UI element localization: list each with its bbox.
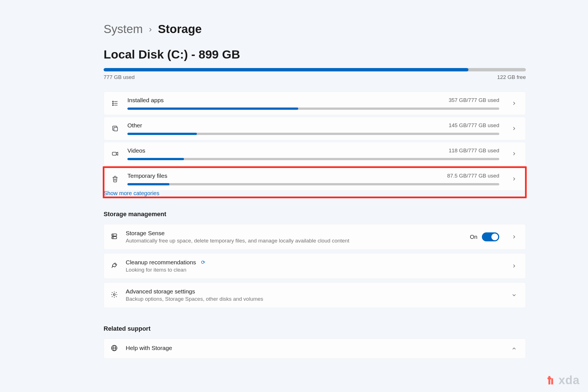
mgmt-subtitle: Backup options, Storage Spaces, other di…: [126, 296, 499, 302]
apps-list-icon: [111, 99, 120, 108]
category-bar: [127, 133, 499, 135]
disk-used-label: 777 GB used: [104, 74, 135, 80]
breadcrumb-current: Storage: [158, 22, 202, 36]
chevron-right-icon: [510, 262, 518, 270]
loading-spinner-icon: ⟳: [201, 259, 205, 265]
category-other[interactable]: Other145 GB/777 GB used: [104, 117, 526, 140]
mgmt-title: Storage Sense: [126, 230, 165, 237]
globe-icon: [111, 344, 118, 353]
category-bar-fill: [127, 133, 197, 135]
category-usage: 145 GB/777 GB used: [449, 122, 499, 129]
related-help-storage[interactable]: Help with Storage: [104, 339, 526, 359]
category-bar: [127, 183, 499, 185]
related-support-list: Help with Storage: [104, 339, 526, 360]
disk-title: Local Disk (C:) - 899 GB: [104, 48, 526, 61]
mgmt-advanced-storage[interactable]: Advanced storage settingsBackup options,…: [104, 282, 526, 308]
storage-management-heading: Storage management: [104, 211, 526, 218]
chevron-right-icon: [510, 233, 518, 241]
chevron-down-icon: [510, 291, 518, 299]
category-bar: [127, 158, 499, 160]
svg-rect-7: [114, 127, 118, 131]
chevron-right-icon: [510, 100, 518, 107]
category-usage: 87.5 GB/777 GB used: [447, 173, 499, 179]
breadcrumb-parent[interactable]: System: [104, 22, 143, 36]
svg-point-1: [113, 103, 113, 104]
category-installed-apps[interactable]: Installed apps357 GB/777 GB used: [104, 92, 526, 115]
category-bar-fill: [127, 108, 298, 110]
svg-point-15: [113, 294, 115, 296]
chevron-right-icon: [510, 150, 518, 157]
watermark-text: xda: [559, 374, 580, 387]
category-label: Installed apps: [127, 97, 164, 104]
svg-point-14: [113, 237, 113, 238]
broom-icon: [111, 262, 118, 270]
chevron-right-icon: ›: [149, 24, 152, 34]
category-usage: 357 GB/777 GB used: [449, 97, 499, 103]
xda-logo-icon: [545, 374, 557, 386]
disk-free-label: 122 GB free: [497, 74, 526, 80]
category-bar-fill: [127, 158, 184, 160]
svg-point-13: [113, 235, 113, 235]
storage-sense-toggle[interactable]: [482, 232, 499, 241]
svg-point-0: [113, 101, 113, 102]
related-support-heading: Related support: [104, 325, 526, 332]
storage-categories: Installed apps357 GB/777 GB usedOther145…: [104, 92, 526, 191]
disk-usage-fill: [104, 68, 468, 71]
folder-other-icon: [111, 124, 120, 133]
breadcrumb: System › Storage: [104, 22, 526, 36]
mgmt-storage-sense[interactable]: Storage SenseAutomatically free up space…: [104, 224, 526, 250]
category-videos[interactable]: Videos118 GB/777 GB used: [104, 142, 526, 165]
video-icon: [111, 149, 120, 158]
svg-rect-19: [547, 377, 551, 379]
category-label: Videos: [127, 147, 145, 154]
category-label: Temporary files: [127, 172, 167, 179]
disk-usage-bar: [104, 68, 526, 71]
category-bar: [127, 108, 499, 110]
storage-management-list: Storage SenseAutomatically free up space…: [104, 224, 526, 310]
related-title: Help with Storage: [126, 345, 172, 351]
drive-icon: [111, 233, 118, 241]
mgmt-cleanup-recommendations[interactable]: Cleanup recommendations ⟳Looking for ite…: [104, 253, 526, 279]
show-more-categories-link[interactable]: Show more categories: [104, 190, 526, 197]
category-usage: 118 GB/777 GB used: [449, 148, 499, 154]
mgmt-title: Cleanup recommendations: [126, 259, 196, 266]
trash-icon: [111, 174, 120, 183]
category-bar-fill: [127, 183, 169, 185]
toggle-state-label: On: [470, 234, 477, 240]
svg-point-2: [113, 105, 113, 106]
chevron-up-icon: [510, 345, 518, 352]
category-label: Other: [127, 122, 142, 129]
svg-rect-8: [112, 152, 116, 155]
mgmt-subtitle: Looking for items to clean: [126, 267, 499, 273]
category-temporary-files[interactable]: Temporary files87.5 GB/777 GB used: [104, 167, 526, 191]
mgmt-title: Advanced storage settings: [126, 288, 195, 295]
watermark: xda: [545, 374, 580, 387]
mgmt-subtitle: Automatically free up space, delete temp…: [126, 238, 462, 244]
chevron-right-icon: [510, 175, 518, 183]
chevron-right-icon: [510, 125, 518, 132]
gear-icon: [111, 291, 118, 299]
